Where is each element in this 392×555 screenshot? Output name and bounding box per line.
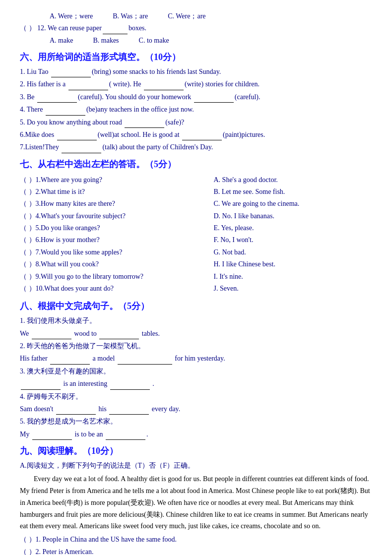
s8-q1-en: We wood to tables. bbox=[20, 328, 372, 339]
section8-title: 八、根据中文完成句子。（5分） bbox=[20, 299, 372, 313]
q12-blank[interactable] bbox=[103, 34, 128, 34]
match-a4: D. No. I like bananas. bbox=[214, 211, 373, 222]
option-c: C. Were；are bbox=[168, 11, 205, 22]
match-q3: （ ）3.How many kites are there? bbox=[20, 198, 214, 209]
s6-q3-blank1[interactable] bbox=[37, 102, 77, 103]
s8-q4-en: Sam doesn't his every day. bbox=[20, 404, 372, 415]
match-a2: B. Let me see. Some fish. bbox=[214, 186, 373, 197]
match-a8: H. I like Chinese best. bbox=[214, 259, 373, 270]
q12-paren: （ ） bbox=[20, 24, 36, 32]
s6-q2-blank2[interactable] bbox=[144, 90, 184, 90]
s6-q2-blank1[interactable] bbox=[68, 90, 108, 90]
matching-section: （ ）1.Where are you going? （ ）2.What time… bbox=[20, 174, 372, 296]
s8-q5-blank2[interactable] bbox=[106, 439, 145, 440]
s8-q4-blank1[interactable] bbox=[56, 414, 96, 415]
s6-q6: 6.Mike does (well)at school. He is good … bbox=[20, 129, 372, 140]
s8-q2-cn: 2. 昨天他的爸爸为他做了一架模型飞机。 bbox=[20, 341, 372, 352]
s8-q1-blank2[interactable] bbox=[99, 339, 139, 339]
s8-q2-en: His father a model for him yesterday. bbox=[20, 353, 372, 364]
s8-q5-en: My is to be an . bbox=[20, 429, 372, 440]
s6-q6-blank2[interactable] bbox=[182, 140, 222, 140]
s9-partA-instruction: A.阅读短文，判断下列句子的说法是（T）否（F）正确。 bbox=[20, 460, 372, 471]
s8-q3-cn: 3. 澳大利亚是个有趣的国家。 bbox=[20, 366, 372, 377]
s6-q3: 3. Be (careful). You should do your home… bbox=[20, 92, 372, 103]
s6-q2: 2. His father is a ( write). He (write) … bbox=[20, 79, 372, 90]
s6-q6-blank1[interactable] bbox=[57, 140, 97, 140]
s9-tf2: （ ）2. Peter is American. bbox=[20, 547, 372, 555]
section9-title: 九、阅读理解。（10分） bbox=[20, 444, 372, 458]
option-b: B. Was；are bbox=[113, 11, 148, 22]
match-q4: （ ）4.What's your favourite subject? bbox=[20, 211, 214, 222]
s6-q4: 4. There (be)any teachers in the office … bbox=[20, 104, 372, 115]
match-a5: E. Yes, please. bbox=[214, 223, 373, 234]
match-a10: J. Seven. bbox=[214, 283, 373, 294]
match-a6: F. No, I won't. bbox=[214, 235, 373, 246]
match-a3: C. We are going to the cinema. bbox=[214, 198, 373, 209]
s8-q3-en: is an interesting . bbox=[20, 378, 372, 389]
reading-passage: Every day we eat a lot of food. A health… bbox=[20, 473, 372, 532]
s8-q4-blank2[interactable] bbox=[109, 414, 149, 415]
q12-text: 12. We can reuse paper bbox=[37, 24, 102, 32]
match-a1: A. She's a good doctor. bbox=[214, 175, 373, 185]
match-q2: （ ）2.What time is it? bbox=[20, 186, 214, 197]
s8-q5-cn: 5. 我的梦想是成为一名艺术家。 bbox=[20, 416, 372, 427]
s6-q3-blank2[interactable] bbox=[194, 102, 234, 103]
s6-q1: 1. Liu Tao (bring) some snacks to his fr… bbox=[20, 66, 372, 77]
s6-q7-blank[interactable] bbox=[62, 153, 101, 153]
match-q7: （ ）7.Would you like some apples? bbox=[20, 247, 214, 258]
q12-options: A. make B. makes C. to make bbox=[50, 35, 372, 46]
s8-q1-blank1[interactable] bbox=[32, 339, 71, 339]
s8-q4-cn: 4. 萨姆每天不刷牙。 bbox=[20, 391, 372, 402]
s8-q3-blank2[interactable] bbox=[110, 389, 150, 390]
section7-title: 七、从右栏中选出左栏的答语。（5分） bbox=[20, 157, 372, 172]
s8-q3-blank1[interactable] bbox=[21, 389, 61, 390]
options-row: A. Were；were B. Was；are C. Were；are bbox=[50, 11, 372, 22]
match-a7: G. Not bad. bbox=[214, 247, 373, 258]
s9-tf1: （ ）1. People in China and the US have th… bbox=[20, 534, 372, 545]
s6-q5: 5. Do you know anything about road (safe… bbox=[20, 117, 372, 128]
s8-q1-cn: 1. 我们使用木头做桌子。 bbox=[20, 315, 372, 326]
q12-optB: B. makes bbox=[93, 35, 119, 46]
match-q1: （ ）1.Where are you going? bbox=[20, 175, 214, 185]
match-a9: I. It's nine. bbox=[214, 271, 373, 282]
s8-q2-blank2[interactable] bbox=[118, 364, 172, 365]
q12-rest: boxes. bbox=[129, 24, 146, 32]
s6-q1-blank[interactable] bbox=[51, 77, 91, 77]
q12-line: （ ） 12. We can reuse paperboxes. bbox=[20, 23, 372, 34]
match-q8: （ ）8.What will you cook? bbox=[20, 259, 214, 270]
match-q9: （ ）9.Will you go to the library tomorrow… bbox=[20, 271, 214, 282]
option-a: A. Were；were bbox=[50, 11, 93, 22]
matching-left: （ ）1.Where are you going? （ ）2.What time… bbox=[20, 174, 214, 296]
s6-q4-blank[interactable] bbox=[46, 115, 85, 116]
matching-right: A. She's a good doctor. B. Let me see. S… bbox=[214, 174, 373, 296]
s6-q5-blank[interactable] bbox=[125, 127, 164, 128]
s6-q7: 7.Listen!They (talk) about the party of … bbox=[20, 142, 372, 153]
q12-optC: C. to make bbox=[139, 35, 169, 46]
match-q6: （ ）6.How is your mother? bbox=[20, 235, 214, 246]
match-q5: （ ）5.Do you like oranges? bbox=[20, 223, 214, 234]
s8-q2-blank1[interactable] bbox=[50, 364, 90, 365]
s8-q5-blank1[interactable] bbox=[32, 439, 72, 440]
match-q10: （ ）10.What does your aunt do? bbox=[20, 283, 214, 294]
section6-title: 六、用所给词的适当形式填空。（10分） bbox=[20, 50, 372, 64]
q12-optA: A. make bbox=[50, 35, 73, 46]
